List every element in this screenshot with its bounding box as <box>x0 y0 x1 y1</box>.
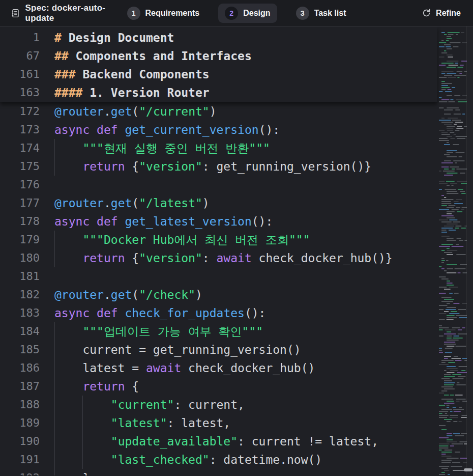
design-document-editor[interactable]: 1# Design Document67## Components and In… <box>0 26 473 475</box>
indent-guide <box>54 359 55 377</box>
code-token: async <box>54 215 90 228</box>
code-line[interactable]: 174 """현재 실행 중인 버전 반환""" <box>0 139 437 157</box>
code-line[interactable]: 172@router.get("/current") <box>0 102 437 121</box>
line-text: async def get_latest_version(): <box>54 212 273 231</box>
code-line[interactable]: 192 } <box>0 469 437 475</box>
code-token: @router <box>54 288 104 301</box>
code-token: await <box>146 361 181 375</box>
code-lines: 172@router.get("/current")173async def g… <box>0 102 437 475</box>
indent-guide <box>54 432 55 451</box>
sticky-heading-line[interactable]: 1# Design Document <box>0 29 437 47</box>
code-token: "/check" <box>139 288 195 301</box>
code-line[interactable]: 191 "last_checked": datetime.now() <box>0 451 437 469</box>
refine-label: Refine <box>436 9 461 18</box>
tab-design[interactable]: 2Design <box>218 4 277 23</box>
code-token: async <box>54 123 90 136</box>
line-text: return {"version": await check_docker_hu… <box>54 249 393 267</box>
line-text: "update_available": current != latest, <box>54 432 378 451</box>
code-token <box>118 306 125 320</box>
code-pane: 1# Design Document67## Components and In… <box>0 26 437 475</box>
scrollbar-track[interactable] <box>466 26 473 475</box>
code-token: ( <box>132 197 139 210</box>
code-line[interactable]: 183async def check_for_updates(): <box>0 304 437 322</box>
line-text: ## Components and Interfaces <box>54 47 252 65</box>
code-line[interactable]: 180 return {"version": await check_docke… <box>0 249 437 267</box>
line-text: @router.get("/latest") <box>54 194 210 212</box>
code-token: latest = <box>54 361 146 375</box>
code-token: get_current_version <box>125 123 259 136</box>
code-token: def <box>97 215 118 228</box>
code-token: : <box>202 251 217 265</box>
code-line[interactable]: 189 "latest": latest, <box>0 414 437 432</box>
code-line[interactable]: 184 """업데이트 가능 여부 확인""" <box>0 322 437 341</box>
code-line[interactable]: 175 return {"version": get_running_versi… <box>0 157 437 176</box>
code-token: : latest, <box>167 416 231 430</box>
code-line[interactable]: 188 "current": current, <box>0 396 437 414</box>
indent-guide <box>54 139 55 157</box>
code-token: Design Document <box>62 31 174 44</box>
code-token: { <box>125 251 139 265</box>
code-token: get <box>111 197 132 210</box>
indent-guide <box>54 341 55 359</box>
line-text: async def check_for_updates(): <box>54 304 265 322</box>
line-number: 180 <box>0 249 40 267</box>
code-line[interactable]: 179 """Docker Hub에서 최신 버전 조회""" <box>0 231 437 249</box>
refine-button[interactable]: Refine <box>421 6 462 20</box>
code-token: ( <box>132 288 139 301</box>
code-token: return <box>82 380 125 393</box>
line-number: 161 <box>0 65 40 83</box>
code-token: # <box>54 31 62 44</box>
code-token: ) <box>195 288 202 301</box>
code-token: await <box>217 251 252 265</box>
line-number: 176 <box>0 176 40 194</box>
line-number: 182 <box>0 286 40 304</box>
sticky-heading-line[interactable]: 161### Backend Components <box>0 65 437 83</box>
code-line[interactable]: 176 <box>0 176 437 194</box>
line-number: 192 <box>0 469 40 475</box>
line-number: 181 <box>0 267 40 286</box>
tab-requirements[interactable]: 1Requirements <box>121 4 206 23</box>
code-token: Components and Interfaces <box>69 49 252 63</box>
code-token: get <box>111 105 132 118</box>
code-line[interactable]: 182@router.get("/check") <box>0 286 437 304</box>
spec-notepad-icon <box>11 8 20 19</box>
code-line[interactable]: 177@router.get("/latest") <box>0 194 437 212</box>
line-text: """현재 실행 중인 버전 반환""" <box>54 139 270 157</box>
tab-number-badge: 3 <box>296 7 309 20</box>
code-token: "last_checked" <box>111 453 210 466</box>
code-token: ( <box>132 105 139 118</box>
code-token: : current != latest, <box>238 435 378 448</box>
tab-task-list[interactable]: 3Task list <box>289 4 353 23</box>
code-line[interactable]: 186 latest = await check_docker_hub() <box>0 359 437 377</box>
line-number: 178 <box>0 212 40 231</box>
code-token: """Docker Hub에서 최신 버전 조회""" <box>82 233 310 246</box>
indent-guide <box>82 396 83 414</box>
code-line[interactable]: 181 <box>0 267 437 286</box>
spec-phase-tabs: 1Requirements2Design3Task list <box>121 4 353 23</box>
line-number: 172 <box>0 102 40 121</box>
sticky-heading-line[interactable]: 67## Components and Interfaces <box>0 47 437 65</box>
sticky-heading-line[interactable]: 163#### 1. Version Router <box>0 83 437 102</box>
code-token: . <box>104 105 111 118</box>
code-token: "update_available" <box>111 435 238 448</box>
code-line[interactable]: 178async def get_latest_version(): <box>0 212 437 231</box>
code-token: """현재 실행 중인 버전 반환""" <box>82 142 270 155</box>
scrollbar-thumb[interactable] <box>464 468 472 471</box>
code-line[interactable]: 185 current = get_running_version() <box>0 341 437 359</box>
code-token: : datetime.now() <box>210 453 322 466</box>
code-line[interactable]: 187 return { <box>0 377 437 396</box>
line-number: 189 <box>0 414 40 432</box>
code-line[interactable]: 173async def get_current_version(): <box>0 121 437 139</box>
minimap[interactable] <box>438 26 467 475</box>
line-number: 67 <box>0 47 40 65</box>
code-token: . <box>104 197 111 210</box>
code-token: (): <box>245 306 266 320</box>
code-token: { <box>125 160 139 173</box>
code-line[interactable]: 190 "update_available": current != lates… <box>0 432 437 451</box>
code-token <box>54 160 82 173</box>
line-number: 190 <box>0 432 40 451</box>
code-token <box>118 123 125 136</box>
code-token: : get_running_version()} <box>202 160 371 173</box>
line-number: 185 <box>0 341 40 359</box>
indent-guide <box>54 414 55 432</box>
